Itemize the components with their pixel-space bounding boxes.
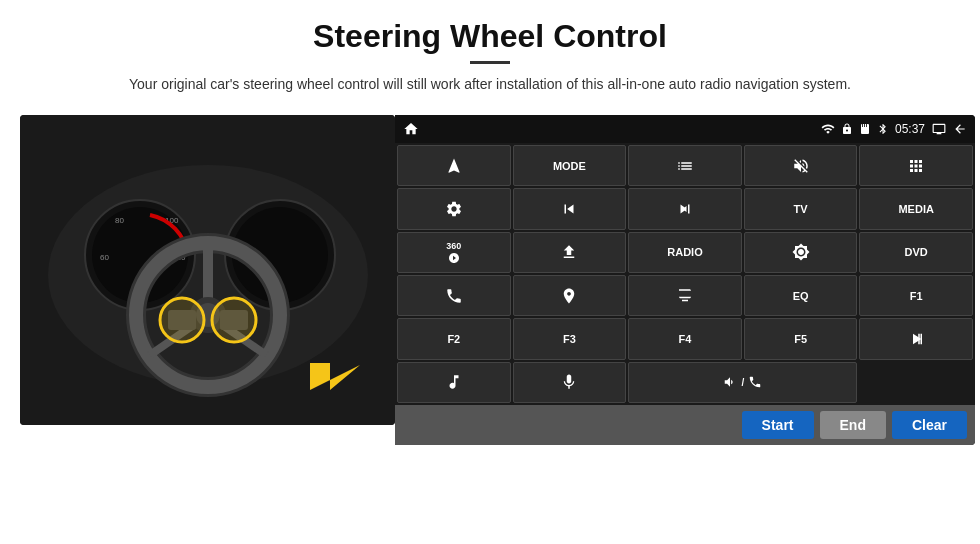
control-grid: MODE TV MEDIA <box>395 143 975 405</box>
mute-button[interactable] <box>744 145 858 186</box>
gps-button[interactable] <box>513 275 627 316</box>
radio-button[interactable]: RADIO <box>628 232 742 273</box>
car-image: 80 100 60 120 <box>20 115 395 425</box>
play-pause-button[interactable] <box>859 318 973 359</box>
eq-button[interactable]: EQ <box>744 275 858 316</box>
mic-button[interactable] <box>513 362 627 403</box>
page-header: Steering Wheel Control Your original car… <box>0 0 980 105</box>
mode-button[interactable]: MODE <box>513 145 627 186</box>
svg-point-19 <box>160 298 204 342</box>
menu-button[interactable] <box>628 145 742 186</box>
f5-button[interactable]: F5 <box>744 318 858 359</box>
f3-button[interactable]: F3 <box>513 318 627 359</box>
media-button[interactable]: MEDIA <box>859 188 973 229</box>
svg-rect-24 <box>864 124 865 127</box>
vol-phone-button[interactable]: / <box>628 362 857 403</box>
header-subtitle: Your original car's steering wheel contr… <box>40 74 940 95</box>
status-time: 05:37 <box>895 122 925 136</box>
action-bar: Start End Clear <box>395 405 975 445</box>
clear-button[interactable]: Clear <box>892 411 967 439</box>
next-button[interactable] <box>628 188 742 229</box>
eject-button[interactable] <box>513 232 627 273</box>
camera360-button[interactable]: 360 <box>397 232 511 273</box>
start-button[interactable]: Start <box>742 411 814 439</box>
prev-button[interactable] <box>513 188 627 229</box>
svg-point-20 <box>212 298 256 342</box>
status-bar: 05:37 <box>395 115 975 143</box>
brightness-button[interactable] <box>744 232 858 273</box>
f2-button[interactable]: F2 <box>397 318 511 359</box>
svg-rect-27 <box>921 334 923 345</box>
title-divider <box>470 61 510 64</box>
svg-rect-26 <box>918 334 920 345</box>
phone-button[interactable] <box>397 275 511 316</box>
nav-button[interactable] <box>397 145 511 186</box>
status-left-icons <box>403 121 419 137</box>
main-content: 80 100 60 120 <box>0 115 980 445</box>
settings-button[interactable] <box>397 188 511 229</box>
apps-button[interactable] <box>859 145 973 186</box>
f4-button[interactable]: F4 <box>628 318 742 359</box>
end-button[interactable]: End <box>820 411 886 439</box>
status-right-icons: 05:37 <box>821 122 967 136</box>
display-button[interactable] <box>628 275 742 316</box>
svg-rect-25 <box>866 124 867 127</box>
android-panel: 05:37 MODE <box>395 115 975 445</box>
tv-button[interactable]: TV <box>744 188 858 229</box>
svg-rect-23 <box>862 124 863 127</box>
page-title: Steering Wheel Control <box>40 18 940 55</box>
music-button[interactable] <box>397 362 511 403</box>
svg-text:80: 80 <box>115 216 124 225</box>
svg-text:60: 60 <box>100 253 109 262</box>
f1-button[interactable]: F1 <box>859 275 973 316</box>
dvd-button[interactable]: DVD <box>859 232 973 273</box>
